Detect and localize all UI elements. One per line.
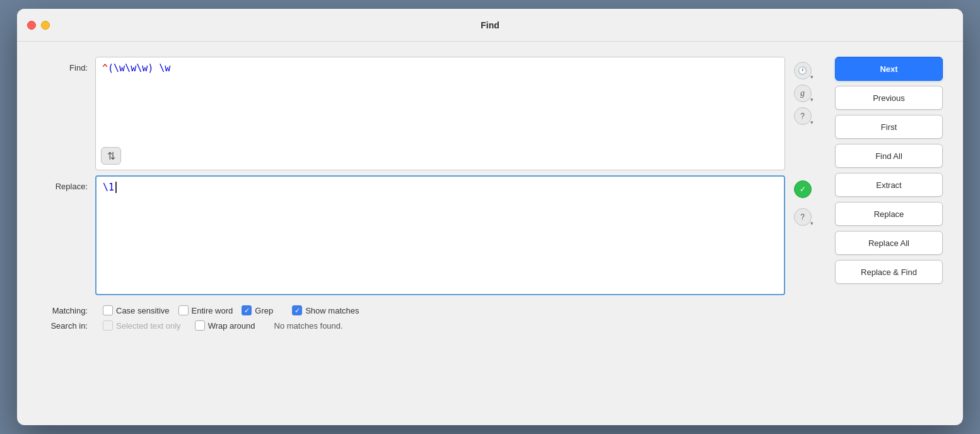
window-controls xyxy=(27,21,50,30)
replace-text-value: \1 xyxy=(103,182,114,193)
matching-row: Matching: Case sensitive Entire word ✓ G… xyxy=(37,305,820,315)
show-matches-checkbox[interactable]: ✓ xyxy=(292,305,302,315)
grep-item: ✓ Grep xyxy=(242,305,273,315)
selected-text-checkbox[interactable] xyxy=(103,320,113,331)
question2-dropdown-icon: ▾ xyxy=(810,220,814,226)
replace-find-button[interactable]: Replace & Find xyxy=(835,260,943,284)
first-button[interactable]: First xyxy=(835,115,943,139)
question2-icon-btn[interactable]: ? ▾ xyxy=(794,208,812,226)
clock-icon: 🕐 xyxy=(798,66,807,75)
show-matches-label: Show matches xyxy=(305,306,359,315)
find-window: Find Find: ^(\w\w\w) \w ⇅ xyxy=(17,9,963,425)
wrap-around-label: Wrap around xyxy=(208,321,255,331)
find-text: ^(\w\w\w) \w xyxy=(102,62,778,74)
extract-button[interactable]: Extract xyxy=(835,173,943,197)
wrap-around-checkbox[interactable] xyxy=(195,320,205,331)
find-text-w: \w xyxy=(159,62,170,74)
replace-input[interactable]: \1 xyxy=(95,175,785,295)
entire-word-item: Entire word xyxy=(178,305,233,315)
entire-word-label: Entire word xyxy=(192,306,233,315)
swap-container: ⇅ xyxy=(101,147,121,165)
question-icon: ? xyxy=(800,112,805,120)
previous-button[interactable]: Previous xyxy=(835,86,943,110)
wrap-around-item: Wrap around xyxy=(195,320,255,331)
find-input[interactable]: ^(\w\w\w) \w ⇅ xyxy=(95,57,785,170)
check-icon: ✓ xyxy=(800,185,806,194)
swap-icon: ⇅ xyxy=(107,150,115,162)
find-all-button[interactable]: Find All xyxy=(835,144,943,168)
search-in-label: Search in: xyxy=(37,321,88,331)
question-dropdown-icon: ▾ xyxy=(810,119,814,126)
status-text: No matches found. xyxy=(274,321,343,331)
matching-label: Matching: xyxy=(37,306,88,315)
find-label: Find: xyxy=(37,57,88,73)
entire-word-checkbox[interactable] xyxy=(178,305,189,315)
swap-button[interactable]: ⇅ xyxy=(101,147,121,165)
cursor xyxy=(115,182,117,193)
window-title: Find xyxy=(481,20,499,30)
question-icon-btn[interactable]: ? ▾ xyxy=(794,107,812,125)
content-area: Find: ^(\w\w\w) \w ⇅ xyxy=(17,42,963,425)
find-text-caret: ^ xyxy=(102,62,108,74)
selected-text-label: Selected text only xyxy=(116,321,181,331)
case-sensitive-item: Case sensitive xyxy=(103,305,170,315)
replace-all-button[interactable]: Replace All xyxy=(835,231,943,255)
check-icon-btn[interactable]: ✓ xyxy=(794,180,812,198)
show-matches-item: ✓ Show matches xyxy=(292,305,359,315)
g-icon-btn[interactable]: g ▾ xyxy=(794,85,812,102)
selected-text-item: Selected text only xyxy=(103,320,181,331)
title-bar: Find xyxy=(17,9,963,42)
search-row: Search in: Selected text only Wrap aroun… xyxy=(37,320,820,331)
replace-text: \1 xyxy=(103,182,778,193)
grep-checkbox[interactable]: ✓ xyxy=(242,305,252,315)
minimize-button[interactable] xyxy=(41,21,50,30)
question2-icon: ? xyxy=(800,213,805,221)
replace-label: Replace: xyxy=(37,175,88,191)
find-text-group: (\w\w\w) xyxy=(108,62,153,74)
grep-label: Grep xyxy=(255,306,273,315)
find-text-space xyxy=(153,62,159,74)
g-dropdown-icon: ▾ xyxy=(810,97,814,103)
case-sensitive-checkbox[interactable] xyxy=(103,305,113,315)
clock-icon-btn[interactable]: 🕐 ▾ xyxy=(794,62,812,79)
next-button[interactable]: Next xyxy=(835,57,943,81)
close-button[interactable] xyxy=(27,21,36,30)
clock-dropdown-icon: ▾ xyxy=(810,74,814,80)
case-sensitive-label: Case sensitive xyxy=(116,306,170,315)
g-icon: g xyxy=(800,88,805,98)
replace-button[interactable]: Replace xyxy=(835,202,943,226)
